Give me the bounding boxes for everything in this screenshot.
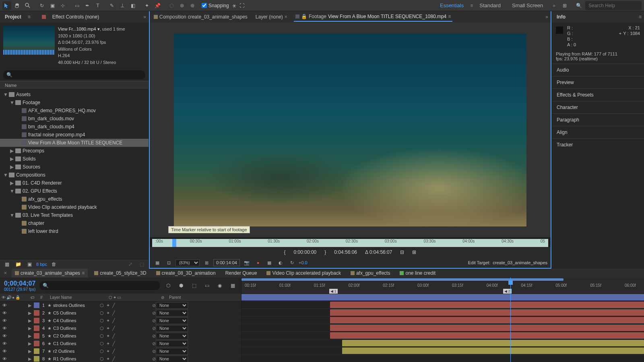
comp-item[interactable]: chapter — [0, 219, 149, 227]
frame-blend-icon[interactable]: ▭ — [202, 281, 211, 290]
visibility-icon[interactable]: 👁 — [2, 333, 7, 338]
magnification-select[interactable]: (83%) — [175, 259, 200, 266]
layer-row[interactable]: 👁 ▶ 5 ★ C2 Outlines ⬡✦╱ ⊘ None — [0, 332, 241, 340]
pickwhip-icon[interactable]: ⊘ — [152, 341, 156, 346]
layer-color-chip[interactable] — [34, 356, 39, 362]
ripple-insert-icon[interactable]: ⊟ — [400, 249, 404, 255]
track-row[interactable] — [242, 347, 644, 355]
layer-color-chip[interactable] — [34, 333, 39, 339]
twirl-icon[interactable]: ▶ — [28, 356, 31, 361]
folder-c4d[interactable]: ▶01. C4D Renderer — [0, 179, 149, 187]
trash-icon[interactable]: 🗑 — [50, 260, 58, 269]
folder-solids[interactable]: ▶Solids — [0, 155, 149, 163]
timeline-tab[interactable]: afx_gpu_effects — [347, 269, 394, 278]
twirl-icon[interactable]: ▶ — [28, 341, 31, 346]
footage-timeline[interactable]: :00s00:30s01:00s01:30s02:00s02:30s03:00s… — [152, 239, 548, 247]
timeline-tab[interactable]: create_08_3D_animation — [153, 269, 219, 278]
timeline-tracks[interactable]: 00:15f01:00f01:15f02:00f02:15f03:00f03:1… — [242, 278, 644, 362]
twirl-icon[interactable]: ▶ — [28, 318, 31, 323]
layer-bar[interactable] — [330, 325, 644, 331]
timeline-tab[interactable]: create_03_animate_shapes ≡ — [12, 269, 88, 278]
panel-overflow-icon[interactable]: » — [143, 14, 146, 20]
overlay-edit-icon[interactable]: ⊞ — [412, 249, 416, 255]
layer-row[interactable]: 👁 ▶ 4 ★ C3 Outlines ⬡✦╱ ⊘ None — [0, 325, 241, 332]
search-footer-icon[interactable]: ⤢ — [126, 260, 135, 269]
project-tab-menu-icon[interactable]: ≡ — [28, 14, 31, 20]
roto-tool-icon[interactable]: ✦ — [142, 1, 151, 10]
audio-col-icon[interactable]: 🔊 — [6, 295, 11, 300]
quality-icon[interactable]: ╱ — [112, 318, 115, 323]
layer-name[interactable]: C1 Outlines — [52, 341, 100, 346]
shy-icon[interactable]: ⬡ — [100, 318, 104, 323]
project-tree[interactable]: ▼Assets ▼Footage AFX_demo_PRORES_HQ.movb… — [0, 90, 149, 259]
col-number[interactable]: # — [40, 295, 48, 300]
parent-select[interactable]: None — [156, 348, 188, 355]
layer-name[interactable]: r2 Outlines — [52, 349, 100, 354]
track-row[interactable] — [242, 317, 644, 324]
timeline-tab[interactable]: Render Queue — [222, 269, 260, 278]
lock-icon[interactable]: 🔒 — [301, 14, 307, 19]
layer-color-chip[interactable] — [34, 348, 39, 354]
edit-target-name[interactable]: create_03_animate_shapes — [493, 260, 547, 265]
pickwhip-icon[interactable]: ⊘ — [152, 356, 156, 362]
folder-precomps[interactable]: ▶Precomps — [0, 147, 149, 155]
visibility-icon[interactable]: 👁 — [2, 349, 7, 354]
layer-color-chip[interactable] — [34, 325, 39, 331]
puppet-tool-icon[interactable]: 📌 — [153, 1, 162, 10]
solo-col-icon[interactable]: ● — [12, 295, 14, 300]
layer-name[interactable]: C4 Outlines — [52, 318, 100, 323]
playhead[interactable] — [510, 278, 511, 362]
layer-color-chip[interactable] — [34, 318, 39, 323]
new-folder-icon[interactable]: 📁 — [14, 260, 23, 269]
layer-row[interactable]: 👁 ▶ 2 ★ C5 Outlines ⬡✦╱ ⊘ None — [0, 309, 241, 317]
snapping-checkbox[interactable] — [202, 3, 207, 8]
timeline-search-input[interactable] — [49, 283, 157, 288]
workspace-reset-icon[interactable]: ⊞ — [560, 1, 569, 10]
out-bracket-icon[interactable]: } — [324, 249, 326, 255]
layer-bar[interactable] — [330, 309, 644, 316]
footage-file[interactable]: AFX_demo_PRORES_HQ.mov — [0, 107, 149, 115]
comp-item[interactable]: Video Clip accelerated playback — [0, 203, 149, 211]
flowchart-icon[interactable]: ⬚ — [137, 260, 146, 269]
pen-tool-icon[interactable]: ✒ — [83, 1, 92, 10]
snapping-options-icon[interactable]: ⚹ — [231, 3, 236, 8]
resolution-icon[interactable]: ⊞ — [202, 258, 211, 267]
parent-select[interactable]: None — [156, 317, 188, 324]
parent-select[interactable]: None — [156, 325, 188, 332]
video-col-icon[interactable]: 👁 — [2, 295, 6, 300]
shy-col-icon[interactable]: ⬡ — [109, 295, 112, 300]
stamp-tool-icon[interactable]: ⊥ — [118, 1, 127, 10]
collapse-icon[interactable]: ✦ — [106, 311, 110, 316]
new-comp-icon[interactable]: ▣ — [25, 260, 34, 269]
comp-item[interactable]: afx_gpu_effects — [0, 195, 149, 203]
footage-viewer[interactable] — [150, 23, 551, 237]
collapsed-panel[interactable]: Paragraph — [552, 113, 644, 126]
layer-name[interactable]: R1 Outlines — [52, 356, 100, 361]
collapse-icon[interactable]: ✦ — [106, 356, 110, 362]
visibility-icon[interactable]: 👁 — [2, 311, 7, 315]
footage-file[interactable]: bm_dark_clouds.mov — [0, 115, 149, 123]
snapping-toggle[interactable]: Snapping ⚹ ⛶ — [198, 3, 248, 8]
3d-col-icon[interactable]: ▭ — [117, 295, 121, 300]
label-col-icon[interactable]: 🏷 — [31, 295, 35, 300]
timeline-tab[interactable]: Video Clip accelerated playback — [263, 269, 344, 278]
col-parent[interactable]: Parent — [169, 295, 181, 300]
twirl-icon[interactable]: ▶ — [28, 311, 31, 315]
track-row[interactable] — [242, 339, 644, 347]
quality-icon[interactable]: ╱ — [112, 326, 115, 331]
in-time[interactable]: 0:00:00:00 — [294, 249, 317, 255]
pickwhip-icon[interactable]: ⊘ — [152, 311, 156, 316]
eraser-tool-icon[interactable]: ◧ — [128, 1, 137, 10]
folder-sources[interactable]: ▶Sources — [0, 163, 149, 171]
selection-tool-icon[interactable] — [2, 1, 11, 10]
timeline-tab[interactable]: create_05_stylize_3D — [91, 269, 149, 278]
marker-1[interactable]: ◀ 1 — [329, 289, 338, 294]
visibility-icon[interactable]: 👁 — [2, 326, 7, 331]
layer-color-chip[interactable] — [34, 310, 39, 316]
mask-icon[interactable]: ◐ — [276, 258, 285, 267]
tabs-overflow-icon[interactable]: » — [545, 14, 548, 20]
collapsed-panel[interactable]: Effects & Presets — [552, 88, 644, 101]
layer-bar[interactable] — [342, 348, 644, 354]
bpc-button[interactable]: 8 bpc — [36, 262, 47, 267]
collapsed-panel[interactable]: Tracker — [552, 138, 644, 151]
